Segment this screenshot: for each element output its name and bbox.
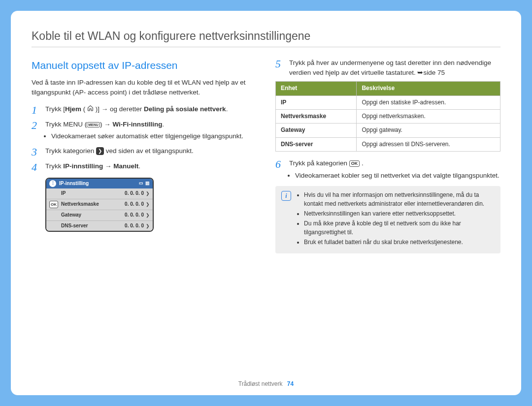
cell-unit: Nettverksmaske <box>276 109 357 123</box>
text: Trykk på hver av undermenyene og tast de… <box>289 59 491 76</box>
label-wifi: Wi-Fi-innstilling <box>112 121 162 128</box>
step-body: Trykk på kategorien OK . Videokameraet k… <box>289 158 500 181</box>
chevron-right-icon: ❯ <box>146 223 150 229</box>
chevron-right-icon: ❯ <box>146 212 150 219</box>
note-item: Du må ikke prøve å koble deg til et nett… <box>304 219 495 237</box>
text: . <box>162 121 164 128</box>
text: Trykk kategorien <box>45 147 96 155</box>
text: Trykk <box>45 162 63 170</box>
row-label: IP <box>61 190 125 197</box>
row-value: 0. 0. 0. 0 <box>125 190 144 197</box>
device-row: IP 0. 0. 0. 0 ❯ <box>46 188 153 199</box>
step-1: 1 Trykk [Hjem ( )] → og deretter Deling … <box>32 104 257 116</box>
text: . <box>360 159 364 167</box>
bullet: Videokameraet kobler seg til nettverket … <box>295 171 500 181</box>
note-list: Hvis du vil ha mer informasjon om nettve… <box>297 191 495 248</box>
cell-unit: IP <box>276 95 357 109</box>
cell-unit: Gateway <box>276 124 357 137</box>
step-4: 4 Trykk IP-innstilling → Manuelt. <box>32 161 257 173</box>
label-ip: IP-innstilling <box>63 162 103 170</box>
battery-icon: ▥ <box>145 180 150 187</box>
row-label: Gateway <box>61 212 125 219</box>
ok-badge: OK <box>49 201 58 209</box>
cell-desc: Oppgi nettverksmasken. <box>357 109 500 123</box>
chevron-right-icon: ❯ <box>146 190 150 197</box>
table-header-row: Enhet Beskrivelse <box>276 82 500 95</box>
table-row: Nettverksmaske Oppgi nettverksmasken. <box>276 109 500 123</box>
row-label: Nettverksmaske <box>61 201 125 208</box>
table-row: IP Oppgi den statiske IP-adressen. <box>276 95 500 109</box>
step-body: Trykk IP-innstilling → Manuelt. <box>45 161 257 173</box>
step-number: 5 <box>275 58 284 77</box>
device-body: IP 0. 0. 0. 0 ❯ OK Nettverksmaske 0. 0. … <box>46 188 153 231</box>
step-number: 3 <box>32 146 40 157</box>
text: → <box>103 162 113 170</box>
note-item: Nettverksinnstillingen kan variere etter… <box>304 210 495 218</box>
step-number: 4 <box>32 161 40 173</box>
step-6: 6 Trykk på kategorien OK . Videokameraet… <box>275 158 500 181</box>
note-box: i Hvis du vil ha mer informasjon om nett… <box>275 186 500 253</box>
sd-icon: ▭ <box>139 180 143 187</box>
info-icon: i <box>281 191 291 201</box>
device-title: IP-innstilling <box>59 180 89 187</box>
text: ved siden av et tilgangspunkt. <box>104 147 194 155</box>
table-row: Gateway Oppgi gateway. <box>276 124 500 137</box>
row-label: DNS-server <box>61 222 125 230</box>
label-manuelt: Manuelt <box>113 162 138 170</box>
label-deling: Deling på sosiale nettverk <box>144 105 226 113</box>
text: )] → og deretter <box>94 105 144 113</box>
footer-section: Trådløst nettverk <box>238 380 283 387</box>
section-title: Manuelt oppsett av IP-adressen <box>32 58 257 73</box>
intro-text: Ved å taste inn IP-adressen kan du koble… <box>32 78 257 97</box>
step-body: Trykk [Hjem ( )] → og deretter Deling på… <box>45 104 257 116</box>
text: . <box>138 162 140 170</box>
step-body: Trykk kategorien ❯ ved siden av et tilga… <box>45 146 257 157</box>
step-number: 1 <box>32 104 40 116</box>
device-row: OK Nettverksmaske 0. 0. 0. 0 ❯ <box>46 199 153 210</box>
row-value: 0. 0. 0. 0 <box>125 212 144 219</box>
step-body: Trykk på hver av undermenyene og tast de… <box>289 58 500 77</box>
row-value: 0. 0. 0. 0 <box>125 201 144 208</box>
page-number: 74 <box>287 380 294 387</box>
wifi-icon: ⋮ <box>49 180 56 187</box>
cell-unit: DNS-server <box>276 137 357 151</box>
manual-page: Koble til et WLAN og konfigurere nettver… <box>11 11 521 395</box>
text: ( <box>81 105 87 113</box>
col-header-desc: Beskrivelse <box>357 82 500 95</box>
document-title: Koble til et WLAN og konfigurere nettver… <box>32 30 500 47</box>
step-5: 5 Trykk på hver av undermenyene og tast … <box>275 58 500 77</box>
menu-button-icon: MENU <box>87 122 100 127</box>
settings-table: Enhet Beskrivelse IP Oppgi den statiske … <box>275 81 500 152</box>
label-hjem: Hjem <box>65 105 81 113</box>
step-number: 6 <box>275 158 284 181</box>
device-screenshot: ⋮ IP-innstilling ▭ ▥ IP 0. 0. 0. 0 ❯ <box>45 178 154 232</box>
page-footer: Trådløst nettverk 74 <box>11 380 521 387</box>
step-sublist: Videokameraet søker automatisk etter til… <box>45 131 257 141</box>
device-row: Gateway 0. 0. 0. 0 ❯ <box>46 210 153 220</box>
text: . <box>226 105 228 113</box>
cell-desc: Oppgi adressen til DNS-serveren. <box>357 137 500 151</box>
ok-button-icon: OK <box>349 160 360 167</box>
step-sublist: Videokameraet kobler seg til nettverket … <box>289 171 500 181</box>
step-body: Trykk MENU (MENU) → Wi-Fi-innstilling. V… <box>45 120 257 142</box>
chevron-right-icon: ❯ <box>96 147 104 155</box>
text: Trykk på kategorien <box>289 159 349 167</box>
chevron-right-icon: ❯ <box>146 201 150 208</box>
content-columns: Manuelt oppsett av IP-adressen Ved å tas… <box>32 58 500 253</box>
cell-desc: Oppgi den statiske IP-adressen. <box>357 95 500 109</box>
step-2: 2 Trykk MENU (MENU) → Wi-Fi-innstilling.… <box>32 120 257 142</box>
left-column: Manuelt oppsett av IP-adressen Ved å tas… <box>32 58 257 253</box>
text: ) → <box>100 121 113 128</box>
table-row: DNS-server Oppgi adressen til DNS-server… <box>276 137 500 151</box>
note-item: Bruk et fulladet batteri når du skal bru… <box>304 238 495 247</box>
bullet: Videokameraet søker automatisk etter til… <box>51 131 257 141</box>
step-number: 2 <box>32 120 40 142</box>
right-column: 5 Trykk på hver av undermenyene og tast … <box>275 58 500 253</box>
text: Trykk MENU ( <box>45 121 87 128</box>
device-header: ⋮ IP-innstilling ▭ ▥ <box>46 179 153 189</box>
text: Trykk [ <box>45 105 65 113</box>
device-row: DNS-server 0. 0. 0. 0 ❯ <box>46 220 153 231</box>
cell-desc: Oppgi gateway. <box>357 124 500 137</box>
row-value: 0. 0. 0. 0 <box>125 222 144 230</box>
note-item: Hvis du vil ha mer informasjon om nettve… <box>304 191 495 208</box>
